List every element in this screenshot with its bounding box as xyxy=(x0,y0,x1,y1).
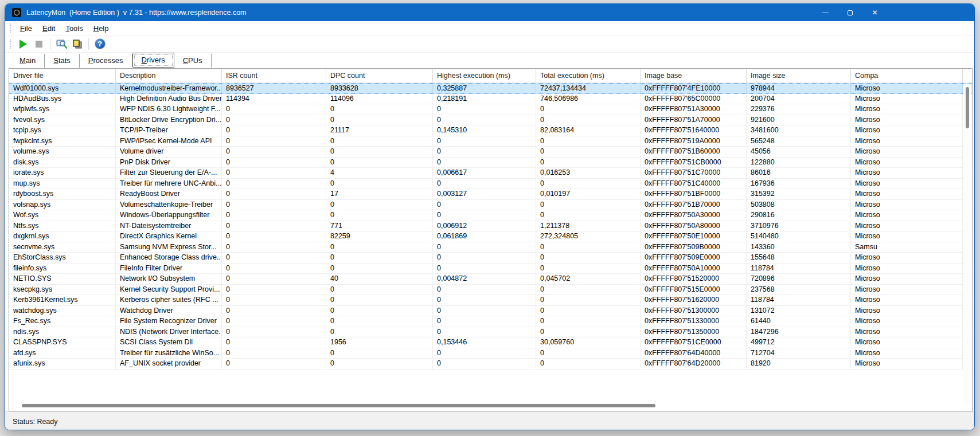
close-icon: ✕ xyxy=(872,9,877,16)
tab-main[interactable]: Main xyxy=(11,54,45,68)
column-header-driver-file[interactable]: Driver file xyxy=(9,69,116,83)
column-header-highest-execution-ms[interactable]: Highest execution (ms) xyxy=(433,69,536,83)
column-header-isr-count[interactable]: ISR count xyxy=(222,69,326,83)
table-row[interactable]: rdyboost.sysReadyBoost Driver0170,003127… xyxy=(9,189,972,200)
cell-description: NDIS (Network Driver Interface... xyxy=(116,327,222,337)
menu-item-tools[interactable]: Tools xyxy=(60,22,88,34)
table-row[interactable]: tcpip.sysTCP/IP-Treiber0211170,14531082,… xyxy=(9,125,972,136)
cell-dpc-count: 82259 xyxy=(326,231,433,242)
cell-isr-count: 0 xyxy=(222,104,326,115)
menu-item-file[interactable]: File xyxy=(15,22,37,34)
table-row[interactable]: iorate.sysFilter zur Steuerung der E/A-.… xyxy=(9,168,972,179)
report-button[interactable] xyxy=(69,37,85,52)
table-row[interactable]: Ntfs.sysNT-Dateisystemtreiber07710,00691… xyxy=(9,221,972,232)
cell-description: FWP/IPsec Kernel-Mode API xyxy=(116,136,222,147)
tab-stats[interactable]: Stats xyxy=(45,54,80,68)
table-row[interactable]: fvevol.sysBitLocker Drive Encryption Dri… xyxy=(9,115,972,126)
table-row[interactable]: Wdf01000.sysKernelmodustreiber-Framewor.… xyxy=(9,83,972,94)
horizontal-scrollbar[interactable] xyxy=(10,402,962,409)
minimize-button[interactable] xyxy=(813,4,838,21)
cell-description: SCSI Class System Dll xyxy=(116,337,222,348)
stop-monitor-button[interactable] xyxy=(31,37,47,52)
cell-driver-file: disk.sys xyxy=(9,158,116,168)
analyze-button[interactable] xyxy=(53,37,69,52)
table-row[interactable]: fwpkclnt.sysFWP/IPsec Kernel-Mode API000… xyxy=(9,136,972,147)
cell-total-execution-ms: 0 xyxy=(536,306,641,316)
table-row[interactable]: mup.sysTreiber für mehrere UNC-Anbi...00… xyxy=(9,179,972,190)
start-monitor-button[interactable] xyxy=(15,37,31,52)
vertical-scrollbar[interactable] xyxy=(963,84,971,404)
help-icon: ? xyxy=(95,38,106,49)
table-row[interactable]: fileinfo.sysFileInfo Filter Driver00000x… xyxy=(9,264,972,274)
close-button[interactable]: ✕ xyxy=(862,4,887,21)
table-row[interactable]: afunix.sysAF_UNIX socket provider00000xF… xyxy=(9,359,972,370)
cell-image-size: 5140480 xyxy=(747,231,851,242)
menu-item-help[interactable]: Help xyxy=(88,22,114,34)
tab-cpus[interactable]: CPUs xyxy=(174,54,212,68)
menu-item-edit[interactable]: Edit xyxy=(37,22,60,34)
cell-isr-count: 0 xyxy=(222,168,326,178)
cell-compa: Samsu xyxy=(851,242,963,253)
cell-compa: Microso xyxy=(851,306,963,316)
cell-highest-execution-ms: 0,061869 xyxy=(433,231,536,242)
column-header-compa[interactable]: Compa xyxy=(851,69,963,83)
column-header-description[interactable]: Description xyxy=(116,69,222,83)
table-row[interactable]: ndis.sysNDIS (Network Driver Interface..… xyxy=(9,327,972,338)
vertical-scrollbar-thumb[interactable] xyxy=(966,87,969,128)
menu-bar: FileEditToolsHelp xyxy=(5,21,974,36)
column-header-image-base[interactable]: Image base xyxy=(641,69,747,83)
cell-isr-count: 0 xyxy=(222,274,326,284)
column-header-total-execution-ms[interactable]: Total execution (ms) xyxy=(536,69,641,83)
cell-highest-execution-ms: 0 xyxy=(433,136,536,147)
cell-total-execution-ms: 30,059760 xyxy=(536,337,641,348)
cell-total-execution-ms: 0,045702 xyxy=(536,274,641,284)
table-row[interactable]: HDAudBus.sysHigh Definition Audio Bus Dr… xyxy=(9,94,972,105)
cell-isr-count: 0 xyxy=(222,179,326,189)
cell-highest-execution-ms: 0 xyxy=(433,158,536,168)
app-icon xyxy=(12,8,21,17)
cell-total-execution-ms: 0 xyxy=(536,348,641,359)
table-row[interactable]: volsnap.sysVolumeschattenkopie-Treiber00… xyxy=(9,200,972,211)
table-row[interactable]: EhStorClass.sysEnhanced Storage Class dr… xyxy=(9,253,972,264)
table-row[interactable]: ksecpkg.sysKernel Security Support Provi… xyxy=(9,285,972,296)
cell-driver-file: iorate.sys xyxy=(9,168,116,178)
cell-driver-file: fileinfo.sys xyxy=(9,264,116,274)
cell-compa: Microso xyxy=(851,147,963,157)
horizontal-scrollbar-thumb[interactable] xyxy=(22,404,655,407)
table-row[interactable]: volume.sysVolume driver00000xFFFFF807'51… xyxy=(9,147,972,158)
cell-dpc-count: 0 xyxy=(326,264,433,274)
cell-highest-execution-ms: 0,325887 xyxy=(433,84,536,93)
help-button[interactable]: ? xyxy=(92,37,108,52)
table-row[interactable]: wfplwfs.sysWFP NDIS 6.30 Lightweight F..… xyxy=(9,104,972,115)
table-row[interactable]: secnvme.sysSamsung NVM Express Stor...00… xyxy=(9,242,972,253)
cell-isr-count: 0 xyxy=(222,348,326,359)
table-row[interactable]: CLASSPNP.SYSSCSI Class System Dll019560,… xyxy=(9,337,972,348)
cell-total-execution-ms: 0 xyxy=(536,264,641,274)
table-row[interactable]: dxgkrnl.sysDirectX Graphics Kernel082259… xyxy=(9,231,972,242)
table-row[interactable]: Kerb3961Kernel.sysKerberos cipher suites… xyxy=(9,295,972,306)
cell-highest-execution-ms: 0 xyxy=(433,242,536,253)
cell-image-base: 0xFFFFF807'51C40000 xyxy=(641,179,747,189)
cell-driver-file: ndis.sys xyxy=(9,327,116,337)
table-row[interactable]: afd.sysTreiber für zusätzliche WinSo...0… xyxy=(9,348,972,359)
cell-total-execution-ms: 0 xyxy=(536,147,641,157)
table-row[interactable]: watchdog.sysWatchdog Driver00000xFFFFF80… xyxy=(9,306,972,317)
table-row[interactable]: disk.sysPnP Disk Driver00000xFFFFF807'51… xyxy=(9,158,972,168)
column-header-dpc-count[interactable]: DPC count xyxy=(326,69,433,83)
cell-image-size: 155648 xyxy=(747,253,851,263)
table-row[interactable]: NETIO.SYSNetwork I/O Subsystem0400,00487… xyxy=(9,274,972,285)
table-row[interactable]: Fs_Rec.sysFile System Recognizer Driver0… xyxy=(9,316,972,327)
maximize-button[interactable] xyxy=(838,4,862,21)
table-row[interactable]: Wof.sysWindows-Überlappungsfilter00000xF… xyxy=(9,210,972,221)
cell-highest-execution-ms: 0 xyxy=(433,359,536,369)
cell-driver-file: EhStorClass.sys xyxy=(9,253,116,263)
cell-dpc-count: 0 xyxy=(326,348,433,359)
cell-compa: Microso xyxy=(851,221,963,231)
cell-image-base: 0xFFFFF807'51CE0000 xyxy=(641,337,747,348)
cell-description: Samsung NVM Express Stor... xyxy=(116,242,222,253)
cell-highest-execution-ms: 0 xyxy=(433,285,536,295)
tab-processes[interactable]: Processes xyxy=(80,54,132,68)
tab-drivers[interactable]: Drivers xyxy=(132,53,174,68)
cell-description: FileInfo Filter Driver xyxy=(116,264,222,274)
column-header-image-size[interactable]: Image size xyxy=(747,69,851,83)
